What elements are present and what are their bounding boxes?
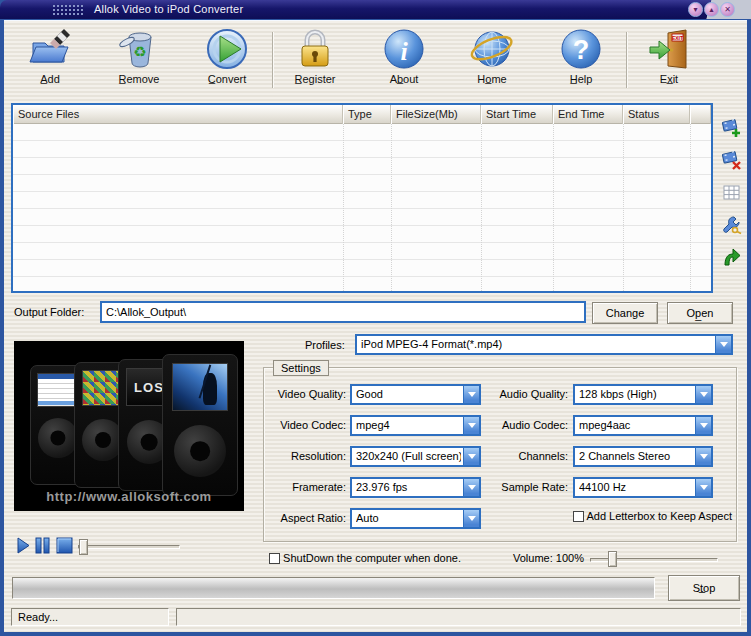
- add-icon: [12, 26, 88, 72]
- toolbar-home-label: Ho̲me: [454, 73, 530, 85]
- add-file-button[interactable]: [721, 118, 745, 142]
- chevron-down-icon[interactable]: [715, 336, 731, 353]
- sample-rate-value: 44100 Hz: [579, 480, 693, 495]
- toolbar-about-label: Ab̲out: [366, 73, 442, 85]
- file-list[interactable]: Source Files Type FileSize(Mb) Start Tim…: [11, 103, 713, 293]
- website-url: http://www.alloksoft.com: [14, 489, 244, 504]
- settings-group-title: Settings: [273, 360, 329, 376]
- column-end-time[interactable]: End Time: [553, 105, 623, 124]
- toolbar-remove-button[interactable]: ♻ R̲emove: [101, 26, 177, 92]
- svg-text:i: i: [400, 37, 408, 66]
- titlebar[interactable]: Allok Video to iPod Converter ▾ ▴ ✕: [0, 0, 751, 19]
- column-filesize[interactable]: FileSize(Mb): [391, 105, 481, 124]
- volume-slider-thumb[interactable]: [608, 551, 617, 567]
- titlebar-gripper: [52, 4, 84, 15]
- toolbar-exit-button[interactable]: EXIT Ex̲it: [631, 26, 707, 92]
- resolution-label: Resolution:: [258, 446, 346, 467]
- chevron-down-icon[interactable]: [695, 386, 711, 403]
- profiles-select[interactable]: iPod MPEG-4 Format(*.mp4): [355, 334, 733, 355]
- toolbar-remove-label: R̲emove: [101, 73, 177, 85]
- video-quality-label: Video Quality:: [258, 384, 346, 405]
- file-list-body[interactable]: [13, 124, 711, 291]
- chevron-down-icon[interactable]: [695, 448, 711, 465]
- audio-codec-value: mpeg4aac: [579, 418, 693, 433]
- column-start-time[interactable]: Start Time: [481, 105, 553, 124]
- audio-codec-label: Audio Codec:: [463, 415, 568, 436]
- column-source-files[interactable]: Source Files: [13, 105, 343, 124]
- clear-list-button[interactable]: [721, 182, 745, 206]
- svg-text:?: ?: [573, 35, 590, 65]
- framerate-value: 23.976 fps: [356, 480, 461, 495]
- grid-line: [623, 124, 624, 291]
- play-button[interactable]: [16, 537, 31, 554]
- video-codec-value: mpeg4: [356, 418, 461, 433]
- shutdown-option: ShutDown the computer when done.: [269, 552, 461, 564]
- sample-rate-select[interactable]: 44100 Hz: [573, 477, 713, 498]
- stop-playback-button[interactable]: [56, 537, 71, 554]
- register-icon: [277, 26, 353, 72]
- shutdown-label: ShutDown the computer when done.: [283, 552, 461, 564]
- add-file-icon: [721, 130, 743, 142]
- grid-line: [481, 124, 482, 291]
- ipod-1-screen: [37, 373, 78, 407]
- open-button[interactable]: Op̲en: [667, 302, 733, 324]
- play-icon: [16, 544, 31, 556]
- pause-button[interactable]: [35, 537, 50, 554]
- letterbox-checkbox[interactable]: [573, 511, 584, 522]
- grid-line: [391, 124, 392, 291]
- profiles-label: Profiles:: [305, 339, 345, 351]
- window-title: Allok Video to iPod Converter: [94, 3, 243, 15]
- video-codec-select[interactable]: mpeg4: [350, 415, 481, 436]
- stop-button[interactable]: St̲op: [668, 575, 740, 601]
- seek-slider-track[interactable]: [78, 545, 180, 549]
- resolution-value: 320x240 (Full screen): [356, 449, 461, 464]
- toolbar-convert-button[interactable]: C̲onvert: [189, 26, 265, 92]
- close-button[interactable]: ✕: [720, 2, 735, 17]
- change-button[interactable]: Change: [592, 302, 658, 324]
- resolution-select[interactable]: 320x240 (Full screen): [350, 446, 481, 467]
- grid-line: [553, 124, 554, 291]
- toolbar-about-button[interactable]: i Ab̲out: [366, 26, 442, 92]
- minimize-button[interactable]: ▾: [688, 2, 703, 17]
- shutdown-checkbox[interactable]: [269, 553, 280, 564]
- remove-file-button[interactable]: [721, 150, 745, 174]
- toolbar-exit-label: Ex̲it: [631, 73, 707, 85]
- column-status[interactable]: Status: [623, 105, 690, 124]
- output-folder-input[interactable]: [100, 301, 586, 323]
- video-quality-select[interactable]: Good: [350, 384, 481, 405]
- toolbar-separator-2: [626, 32, 627, 88]
- maximize-icon: ▴: [709, 5, 713, 14]
- start-convert-button[interactable]: [721, 246, 745, 270]
- convert-icon: [189, 26, 265, 72]
- file-list-header: Source Files Type FileSize(Mb) Start Tim…: [13, 105, 711, 124]
- help-icon: ?: [543, 26, 619, 72]
- chevron-down-icon[interactable]: [695, 479, 711, 496]
- pause-icon: [35, 544, 50, 556]
- toolbar-convert-label: C̲onvert: [189, 73, 265, 85]
- column-type[interactable]: Type: [343, 105, 391, 124]
- app-window: Allok Video to iPod Converter ▾ ▴ ✕ A̲dd…: [0, 0, 751, 636]
- chevron-down-icon[interactable]: [463, 510, 479, 527]
- ipod-4-screen: [172, 363, 228, 411]
- properties-icon: [721, 226, 743, 238]
- framerate-label: Framerate:: [258, 477, 346, 498]
- toolbar-register-label: R̲egister: [277, 73, 353, 85]
- chevron-down-icon[interactable]: [695, 417, 711, 434]
- audio-codec-select[interactable]: mpeg4aac: [573, 415, 713, 436]
- seek-slider-thumb[interactable]: [79, 539, 88, 555]
- grid-line: [690, 124, 691, 291]
- sample-rate-label: Sample Rate:: [463, 477, 568, 498]
- maximize-button[interactable]: ▴: [704, 2, 719, 17]
- toolbar-register-button[interactable]: R̲egister: [277, 26, 353, 92]
- properties-button[interactable]: [721, 214, 745, 238]
- minimize-icon: ▾: [693, 5, 697, 14]
- audio-quality-select[interactable]: 128 kbps (High): [573, 384, 713, 405]
- status-panel: [176, 608, 741, 626]
- framerate-select[interactable]: 23.976 fps: [350, 477, 481, 498]
- toolbar-add-button[interactable]: A̲dd: [12, 26, 88, 92]
- toolbar-home-button[interactable]: Ho̲me: [454, 26, 530, 92]
- aspect-ratio-select[interactable]: Auto: [350, 508, 481, 529]
- toolbar-help-button[interactable]: ? H̲elp: [543, 26, 619, 92]
- channels-select[interactable]: 2 Channels Stereo: [573, 446, 713, 467]
- toolbar-separator: [272, 32, 273, 88]
